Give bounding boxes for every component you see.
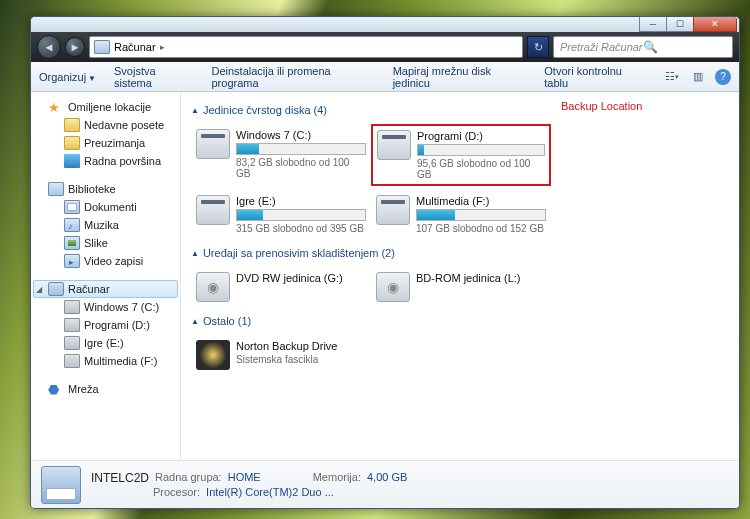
collapse-icon[interactable]: ▲ bbox=[191, 106, 199, 115]
processor-label: Procesor: bbox=[153, 486, 200, 498]
capacity-bar bbox=[417, 144, 545, 156]
drive-icon bbox=[196, 129, 230, 159]
body: ★Omiljene lokacije Nedavne posete Preuzi… bbox=[31, 92, 739, 460]
maximize-button[interactable]: ☐ bbox=[666, 17, 694, 32]
star-icon: ★ bbox=[48, 100, 64, 114]
minimize-button[interactable]: ─ bbox=[639, 17, 667, 32]
folder-icon bbox=[64, 136, 80, 150]
organize-menu[interactable]: Organizuj▼ bbox=[39, 71, 96, 83]
help-button[interactable]: ? bbox=[715, 69, 731, 85]
explorer-window: ─ ☐ ✕ ◄ ► Računar ▸ ↻ Pretraži Računar 🔍… bbox=[30, 16, 740, 509]
address-bar: ◄ ► Računar ▸ ↻ Pretraži Računar 🔍 bbox=[31, 32, 739, 62]
expand-icon[interactable]: ◢ bbox=[36, 285, 42, 294]
drive-icon bbox=[64, 318, 80, 332]
navigation-pane: ★Omiljene lokacije Nedavne posete Preuzi… bbox=[31, 92, 181, 460]
computer-icon bbox=[48, 282, 64, 296]
drive-free-text: 95,6 GB slobodno od 100 GB bbox=[417, 158, 545, 180]
drive-g-dvd[interactable]: DVD RW jedinica (G:) bbox=[191, 267, 371, 307]
sidebar-libraries[interactable]: Biblioteke bbox=[33, 180, 178, 198]
sidebar-music[interactable]: Muzika bbox=[33, 216, 178, 234]
norton-backup-drive[interactable]: Norton Backup Drive Sistemska fascikla bbox=[191, 335, 371, 375]
address-box[interactable]: Računar ▸ bbox=[89, 36, 523, 58]
computer-icon bbox=[94, 40, 110, 54]
drive-icon bbox=[64, 354, 80, 368]
libraries-icon bbox=[48, 182, 64, 196]
control-panel-button[interactable]: Otvori kontrolnu tablu bbox=[544, 65, 645, 89]
drive-label: BD-ROM jedinica (L:) bbox=[416, 272, 546, 284]
sidebar-computer[interactable]: ◢Računar bbox=[33, 280, 178, 298]
sidebar-network[interactable]: ⬣Mreža bbox=[33, 380, 178, 398]
memory-label: Memorija: bbox=[313, 471, 361, 485]
uninstall-programs-button[interactable]: Deinstalacija ili promena programa bbox=[212, 65, 375, 89]
workgroup-label: Radna grupa: bbox=[155, 471, 222, 485]
folder-icon bbox=[64, 118, 80, 132]
drive-e[interactable]: Igre (E:) 315 GB slobodno od 395 GB bbox=[191, 190, 371, 239]
processor-value: Intel(R) Core(TM)2 Duo ... bbox=[206, 486, 334, 498]
titlebar[interactable]: ─ ☐ ✕ bbox=[31, 17, 739, 32]
sidebar-pictures[interactable]: Slike bbox=[33, 234, 178, 252]
sidebar-recent[interactable]: Nedavne posete bbox=[33, 116, 178, 134]
view-options-button[interactable]: ☷▾ bbox=[663, 68, 681, 86]
toolbar: Organizuj▼ Svojstva sistema Deinstalacij… bbox=[31, 62, 739, 92]
content-pane: ▲Jedinice čvrstog diska (4) Windows 7 (C… bbox=[181, 92, 739, 460]
computer-large-icon bbox=[41, 466, 81, 504]
section-removable[interactable]: ▲Uređaji sa prenosivim skladištenjem (2) bbox=[191, 247, 729, 259]
sidebar-drive-e[interactable]: Igre (E:) bbox=[33, 334, 178, 352]
norton-icon bbox=[196, 340, 230, 370]
drive-d[interactable]: Programi (D:) 95,6 GB slobodno od 100 GB bbox=[371, 124, 551, 186]
sidebar-documents[interactable]: Dokumenti bbox=[33, 198, 178, 216]
forward-button[interactable]: ► bbox=[65, 37, 85, 57]
drive-free-text: 107 GB slobodno od 152 GB bbox=[416, 223, 546, 234]
refresh-button[interactable]: ↻ bbox=[527, 36, 549, 58]
drive-label: Multimedia (F:) bbox=[416, 195, 546, 207]
drive-icon bbox=[64, 336, 80, 350]
sidebar-desktop[interactable]: Radna površina bbox=[33, 152, 178, 170]
close-button[interactable]: ✕ bbox=[693, 17, 737, 32]
breadcrumb[interactable]: Računar bbox=[114, 41, 156, 53]
drive-label: Igre (E:) bbox=[236, 195, 366, 207]
music-icon bbox=[64, 218, 80, 232]
drive-icon bbox=[196, 195, 230, 225]
videos-icon bbox=[64, 254, 80, 268]
preview-pane-button[interactable]: ▥ bbox=[689, 68, 707, 86]
drive-subtitle: Sistemska fascikla bbox=[236, 354, 366, 365]
sidebar-drive-c[interactable]: Windows 7 (C:) bbox=[33, 298, 178, 316]
drive-label: Norton Backup Drive bbox=[236, 340, 366, 352]
sidebar-drive-d[interactable]: Programi (D:) bbox=[33, 316, 178, 334]
drive-f[interactable]: Multimedia (F:) 107 GB slobodno od 152 G… bbox=[371, 190, 551, 239]
drive-free-text: 83,2 GB slobodno od 100 GB bbox=[236, 157, 366, 179]
pictures-icon bbox=[64, 236, 80, 250]
drive-l-bdrom[interactable]: BD-ROM jedinica (L:) bbox=[371, 267, 551, 307]
drive-label: Programi (D:) bbox=[417, 130, 545, 142]
section-other[interactable]: ▲Ostalo (1) bbox=[191, 315, 729, 327]
dvd-drive-icon bbox=[196, 272, 230, 302]
drive-free-text: 315 GB slobodno od 395 GB bbox=[236, 223, 366, 234]
bdrom-drive-icon bbox=[376, 272, 410, 302]
sidebar-favorites[interactable]: ★Omiljene lokacije bbox=[33, 98, 178, 116]
desktop-icon bbox=[64, 154, 80, 168]
search-input[interactable]: Pretraži Računar 🔍 bbox=[553, 36, 733, 58]
drive-c[interactable]: Windows 7 (C:) 83,2 GB slobodno od 100 G… bbox=[191, 124, 371, 186]
drive-icon bbox=[64, 300, 80, 314]
drive-label: DVD RW jedinica (G:) bbox=[236, 272, 366, 284]
collapse-icon[interactable]: ▲ bbox=[191, 317, 199, 326]
documents-icon bbox=[64, 200, 80, 214]
collapse-icon[interactable]: ▲ bbox=[191, 249, 199, 258]
details-pane: INTELC2D Radna grupa: HOME Memorija: 4,0… bbox=[31, 460, 739, 508]
back-button[interactable]: ◄ bbox=[37, 35, 61, 59]
search-icon: 🔍 bbox=[643, 40, 726, 54]
capacity-bar bbox=[236, 209, 366, 221]
computer-name: INTELC2D bbox=[91, 471, 149, 485]
network-icon: ⬣ bbox=[48, 382, 64, 396]
sidebar-drive-f[interactable]: Multimedia (F:) bbox=[33, 352, 178, 370]
capacity-bar bbox=[236, 143, 366, 155]
capacity-bar bbox=[416, 209, 546, 221]
sidebar-videos[interactable]: Video zapisi bbox=[33, 252, 178, 270]
system-properties-button[interactable]: Svojstva sistema bbox=[114, 65, 194, 89]
drive-icon bbox=[376, 195, 410, 225]
map-network-drive-button[interactable]: Mapiraj mrežnu disk jedinicu bbox=[393, 65, 527, 89]
chevron-right-icon[interactable]: ▸ bbox=[160, 42, 165, 52]
sidebar-downloads[interactable]: Preuzimanja bbox=[33, 134, 178, 152]
drive-label: Windows 7 (C:) bbox=[236, 129, 366, 141]
section-hard-disks[interactable]: ▲Jedinice čvrstog diska (4) bbox=[191, 104, 729, 116]
